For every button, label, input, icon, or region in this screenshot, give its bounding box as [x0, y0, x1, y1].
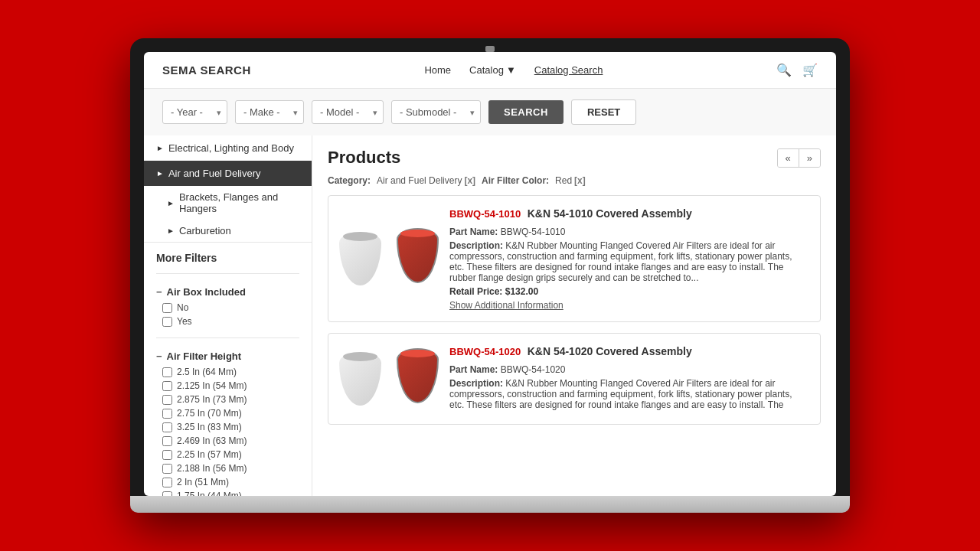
filter-air-height-header: − Air Filter Height [156, 347, 299, 365]
remove-category-filter[interactable]: [x] [464, 175, 475, 186]
filter-checkbox-h5[interactable] [162, 436, 172, 446]
remove-color-filter[interactable]: [x] [574, 175, 586, 186]
submodel-select[interactable]: - Submodel - [391, 100, 481, 124]
year-select-wrap: - Year - [162, 100, 227, 124]
filter-option-no[interactable]: No [156, 301, 299, 315]
active-filters: Category: Air and Fuel Delivery [x] Air … [328, 175, 821, 186]
filter-height-7[interactable]: 2.188 In (56 Mm) [156, 461, 299, 475]
laptop-base [130, 496, 850, 513]
filter-height-9[interactable]: 1.75 In (44 Mm) [156, 489, 299, 496]
sidebar-item-air-fuel[interactable]: ► Air and Fuel Delivery [144, 161, 312, 186]
make-select-wrap: - Make - [235, 100, 304, 124]
product-title-row-1: BBWQ-54-1020 K&N 54-1020 Covered Assembl… [449, 344, 809, 358]
product-info-0: BBWQ-54-1010 K&N 54-1010 Covered Assembl… [449, 207, 809, 311]
filter-checkbox-h8[interactable] [162, 478, 172, 487]
sidebar-item-electrical[interactable]: ► Electrical, Lighting and Body [144, 135, 312, 161]
sidebar-item-carburetion[interactable]: ► Carburetion [144, 220, 312, 242]
color-filter-tag: Red [x] [555, 175, 586, 186]
product-image-red-1 [397, 348, 439, 403]
reset-button[interactable]: RESET [571, 99, 636, 125]
filter-divider-2 [156, 337, 299, 338]
product-name-1: K&N 54-1020 Covered Assembly [528, 345, 692, 357]
model-select[interactable]: - Model - [312, 100, 384, 124]
content-area: Products « » Category: Air and Fuel Deli… [312, 135, 836, 496]
page-title: Products [328, 148, 400, 168]
filter-checkbox-h9[interactable] [162, 491, 172, 497]
product-id-0[interactable]: BBWQ-54-1010 [449, 208, 521, 220]
filter-height-3[interactable]: 2.75 In (70 Mm) [156, 406, 299, 420]
color-filter-label: Air Filter Color: [482, 175, 549, 186]
product-name-0: K&N 54-1010 Covered Assembly [528, 207, 692, 220]
cart-icon[interactable]: 🛒 [802, 63, 818, 77]
chevron-right-icon-sub1: ► [167, 199, 175, 207]
filter-option-yes[interactable]: Yes [156, 315, 299, 328]
nav-catalog-search[interactable]: Catalog Search [534, 64, 603, 76]
product-description-0: Description: K&N Rubber Mounting Flanged… [449, 240, 809, 283]
product-part-name-0: Part Name: BBWQ-54-1010 [449, 227, 809, 237]
filter-height-2[interactable]: 2.875 In (73 Mm) [156, 393, 299, 406]
product-price-0: Retail Price: $132.00 [449, 286, 809, 297]
site-logo: SEMA SEARCH [162, 64, 251, 77]
more-filters-label: More Filters [144, 242, 312, 269]
make-select[interactable]: - Make - [235, 100, 304, 124]
chevron-right-icon: ► [156, 144, 164, 152]
filter-air-box-header: − Air Box Included [156, 283, 299, 301]
filter-height-8[interactable]: 2 In (51 Mm) [156, 475, 299, 489]
content-header: Products « » [328, 148, 821, 168]
chevron-right-icon-active: ► [156, 169, 164, 178]
nav-links: Home Catalog ▼ Catalog Search [424, 64, 603, 76]
filter-air-box: − Air Box Included No Yes [144, 279, 312, 333]
filter-checkbox-h4[interactable] [162, 422, 172, 432]
filter-height-6[interactable]: 2.25 In (57 Mm) [156, 448, 299, 461]
product-card-0: BBWQ-54-1010 K&N 54-1010 Covered Assembl… [328, 195, 821, 322]
product-image-white-0 [339, 232, 381, 285]
filter-height-0[interactable]: 2.5 In (64 Mm) [156, 365, 299, 379]
filter-collapse-icon-2[interactable]: − [156, 350, 162, 362]
search-bar: - Year - - Make - - Model - - Submodel -… [144, 89, 836, 135]
filter-height-4[interactable]: 3.25 In (83 Mm) [156, 420, 299, 434]
product-part-name-1: Part Name: BBWQ-54-1020 [449, 364, 809, 375]
filter-air-height: − Air Filter Height 2.5 In (64 Mm) 2.125… [144, 343, 312, 496]
product-id-1[interactable]: BBWQ-54-1020 [449, 346, 521, 357]
pagination: « » [777, 148, 821, 168]
product-info-1: BBWQ-54-1020 K&N 54-1020 Covered Assembl… [449, 344, 809, 413]
product-image-red-0 [397, 228, 439, 283]
nav-home[interactable]: Home [424, 64, 451, 76]
chevron-right-icon-sub2: ► [167, 227, 175, 235]
chevron-down-icon: ▼ [506, 64, 516, 76]
navbar: SEMA SEARCH Home Catalog ▼ Catalog Searc… [144, 52, 836, 89]
model-select-wrap: - Model - [312, 100, 384, 124]
filter-checkbox-h0[interactable] [162, 367, 172, 377]
filter-checkbox-h1[interactable] [162, 381, 172, 391]
laptop-camera [485, 46, 495, 52]
sidebar: ► Electrical, Lighting and Body ► Air an… [144, 135, 312, 496]
category-filter-tag: Air and Fuel Delivery [x] [377, 175, 475, 186]
product-description-1: Description: K&N Rubber Mounting Flanged… [449, 378, 809, 410]
search-icon[interactable]: 🔍 [776, 63, 792, 77]
prev-page-button[interactable]: « [778, 149, 799, 167]
filter-collapse-icon[interactable]: − [156, 286, 162, 298]
product-images-1 [339, 344, 439, 413]
sidebar-item-brackets[interactable]: ► Brackets, Flanges and Hangers [144, 186, 312, 220]
year-select[interactable]: - Year - [162, 100, 227, 124]
filter-checkbox-yes[interactable] [162, 317, 172, 327]
filter-height-5[interactable]: 2.469 In (63 Mm) [156, 434, 299, 448]
filter-checkbox-h6[interactable] [162, 450, 172, 460]
product-card-1: BBWQ-54-1020 K&N 54-1020 Covered Assembl… [328, 333, 821, 425]
search-button[interactable]: SEARCH [488, 100, 564, 124]
laptop-screen: SEMA SEARCH Home Catalog ▼ Catalog Searc… [144, 52, 836, 496]
submodel-select-wrap: - Submodel - [391, 100, 481, 124]
next-page-button[interactable]: » [799, 149, 820, 167]
filter-checkbox-no[interactable] [162, 303, 172, 313]
filter-checkbox-h3[interactable] [162, 409, 172, 419]
filter-height-1[interactable]: 2.125 In (54 Mm) [156, 379, 299, 393]
filter-divider-1 [156, 273, 299, 274]
product-image-white-1 [339, 352, 381, 406]
main-layout: ► Electrical, Lighting and Body ► Air an… [144, 135, 836, 496]
filter-checkbox-h2[interactable] [162, 395, 172, 405]
nav-catalog[interactable]: Catalog ▼ [469, 64, 516, 76]
category-filter-label: Category: [328, 175, 371, 186]
show-more-0[interactable]: Show Additional Information [449, 300, 809, 311]
filter-checkbox-h7[interactable] [162, 464, 172, 474]
product-title-row-0: BBWQ-54-1010 K&N 54-1010 Covered Assembl… [449, 207, 809, 220]
